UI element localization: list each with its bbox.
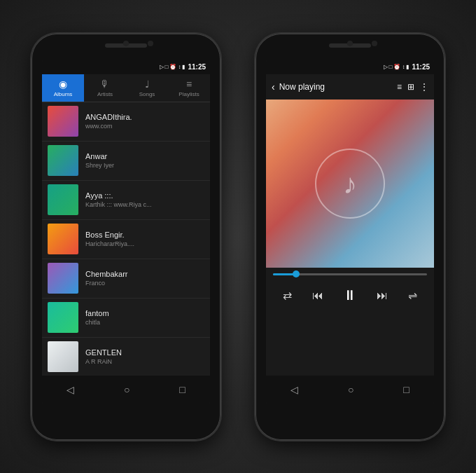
song-info-area bbox=[266, 313, 434, 376]
bottom-nav-2: ◁ ○ □ bbox=[266, 376, 434, 404]
album-title-6: fantom bbox=[85, 309, 204, 317]
album-info-7: GENTLEN A R RAiN bbox=[85, 348, 204, 365]
artists-icon: 🎙 bbox=[100, 78, 110, 90]
album-thumb-2 bbox=[48, 145, 78, 176]
recents-button-2[interactable]: □ bbox=[403, 384, 409, 395]
tab-artists[interactable]: 🎙 Artists bbox=[84, 74, 126, 102]
rewind-button[interactable]: ⏮ bbox=[312, 289, 323, 302]
album-info-3: Ayya :::. Karthik ::: www.Riya c... bbox=[85, 191, 204, 208]
scene: ▷ □ ⏰ ↕ ▮ 11:25 ◉ Albums 🎙 Artists bbox=[0, 0, 476, 473]
home-button-1[interactable]: ○ bbox=[124, 384, 130, 395]
list-item[interactable]: fantom chitla bbox=[42, 299, 210, 338]
album-artist-3: Karthik ::: www.Riya c... bbox=[85, 201, 204, 208]
list-item[interactable]: Anwar Shrey Iyer bbox=[42, 142, 210, 181]
album-artist-7: A R RAiN bbox=[85, 358, 204, 365]
back-to-list-button[interactable]: ‹ bbox=[272, 81, 275, 92]
album-list: ANGADIthira. www.com Anwar Shrey Iyer Ay… bbox=[42, 102, 210, 376]
status-alarm-icon: ⏰ bbox=[393, 64, 400, 70]
more-options-icon[interactable]: ⋮ bbox=[420, 82, 428, 92]
equalizer-icon[interactable]: ⊞ bbox=[407, 82, 414, 92]
list-item[interactable]: Boss Engir. HarichararRiya.... bbox=[42, 220, 210, 259]
status-bar-2: ▷ □ ⏰ ↕ ▮ 11:25 bbox=[266, 60, 434, 74]
album-title-2: Anwar bbox=[85, 152, 204, 160]
tab-songs[interactable]: ♩ Songs bbox=[126, 74, 168, 102]
shuffle-button[interactable]: ⇌ bbox=[408, 289, 417, 302]
album-artist-6: chitla bbox=[85, 319, 204, 326]
music-note-circle: ♪ bbox=[315, 149, 385, 219]
status-icons-2: ▷ □ ⏰ ↕ ▮ bbox=[384, 64, 410, 70]
phone2-screen: ▷ □ ⏰ ↕ ▮ 11:25 ‹ Now playing ≡ ⊞ ⋮ bbox=[266, 60, 434, 404]
tab-playlists[interactable]: ≡ Playlists bbox=[168, 74, 210, 102]
album-title-7: GENTLEN bbox=[85, 348, 204, 357]
fast-forward-button[interactable]: ⏭ bbox=[377, 289, 388, 302]
player-header: ‹ Now playing ≡ ⊞ ⋮ bbox=[266, 74, 434, 100]
player-controls: ⇄ ⏮ ⏸ ⏭ ⇌ bbox=[266, 278, 434, 313]
list-item[interactable]: Chembakarr Franco bbox=[42, 259, 210, 299]
album-title-4: Boss Engir. bbox=[85, 231, 204, 239]
status-play-icon: ▷ bbox=[384, 64, 388, 70]
album-title-1: ANGADIthira. bbox=[85, 113, 204, 121]
progress-track[interactable] bbox=[273, 273, 427, 275]
time-1: 11:25 bbox=[188, 63, 206, 71]
album-thumb-7 bbox=[48, 341, 78, 372]
nav-tabs: ◉ Albums 🎙 Artists ♩ Songs ≡ Playlists bbox=[42, 74, 210, 102]
list-view-icon[interactable]: ≡ bbox=[397, 82, 402, 92]
album-info-6: fantom chitla bbox=[85, 309, 204, 326]
header-icons: ≡ ⊞ ⋮ bbox=[397, 82, 428, 92]
status-screen-icon: □ bbox=[389, 64, 393, 70]
album-info-2: Anwar Shrey Iyer bbox=[85, 152, 204, 169]
status-icon-signal: ↕ bbox=[178, 64, 181, 70]
album-title-5: Chembakarr bbox=[85, 270, 204, 278]
status-icons-1: ▷ □ ⏰ ↕ ▮ bbox=[160, 64, 186, 70]
list-item[interactable]: ANGADIthira. www.com bbox=[42, 102, 210, 142]
status-signal-icon: ↕ bbox=[402, 64, 405, 70]
bottom-nav-1: ◁ ○ □ bbox=[42, 376, 210, 404]
player-artwork: ♪ bbox=[266, 100, 434, 268]
album-thumb-4 bbox=[48, 224, 78, 254]
phone-player: ▷ □ ⏰ ↕ ▮ 11:25 ‹ Now playing ≡ ⊞ ⋮ bbox=[255, 34, 444, 440]
songs-icon: ♩ bbox=[145, 78, 150, 90]
time-2: 11:25 bbox=[412, 63, 430, 71]
album-thumb-5 bbox=[48, 263, 78, 294]
phone1-screen: ▷ □ ⏰ ↕ ▮ 11:25 ◉ Albums 🎙 Artists bbox=[42, 60, 210, 404]
album-info-4: Boss Engir. HarichararRiya.... bbox=[85, 231, 204, 247]
status-icon-screen: □ bbox=[165, 64, 169, 70]
status-battery-icon: ▮ bbox=[406, 64, 409, 70]
status-icon-alarm: ⏰ bbox=[169, 64, 176, 70]
album-thumb-6 bbox=[48, 302, 78, 333]
progress-thumb bbox=[293, 270, 300, 277]
album-artist-5: Franco bbox=[85, 280, 204, 287]
now-playing-label: Now playing bbox=[279, 82, 397, 92]
album-info-1: ANGADIthira. www.com bbox=[85, 113, 204, 130]
album-artist-4: HarichararRiya.... bbox=[85, 240, 204, 247]
album-artist-2: Shrey Iyer bbox=[85, 162, 204, 169]
back-button-1[interactable]: ◁ bbox=[66, 384, 74, 395]
recents-button-1[interactable]: □ bbox=[179, 384, 185, 395]
album-artist-1: www.com bbox=[85, 123, 204, 130]
album-thumb-1 bbox=[48, 106, 78, 137]
status-bar-1: ▷ □ ⏰ ↕ ▮ 11:25 bbox=[42, 60, 210, 74]
playlists-icon: ≡ bbox=[186, 78, 192, 90]
status-icon-battery: ▮ bbox=[182, 64, 185, 70]
album-title-3: Ayya :::. bbox=[85, 191, 204, 200]
repeat-button[interactable]: ⇄ bbox=[283, 289, 292, 302]
tab-albums[interactable]: ◉ Albums bbox=[42, 74, 84, 102]
albums-icon: ◉ bbox=[59, 78, 67, 90]
list-item[interactable]: GENTLEN A R RAiN bbox=[42, 338, 210, 376]
album-thumb-3 bbox=[48, 184, 78, 215]
home-button-2[interactable]: ○ bbox=[348, 384, 354, 395]
phone-albums: ▷ □ ⏰ ↕ ▮ 11:25 ◉ Albums 🎙 Artists bbox=[31, 34, 220, 440]
back-button-2[interactable]: ◁ bbox=[290, 384, 298, 395]
list-item[interactable]: Ayya :::. Karthik ::: www.Riya c... bbox=[42, 181, 210, 220]
play-pause-button[interactable]: ⏸ bbox=[343, 287, 357, 303]
music-note-icon: ♪ bbox=[343, 170, 357, 198]
status-icon-play: ▷ bbox=[160, 64, 164, 70]
progress-section[interactable] bbox=[266, 268, 434, 278]
album-info-5: Chembakarr Franco bbox=[85, 270, 204, 287]
